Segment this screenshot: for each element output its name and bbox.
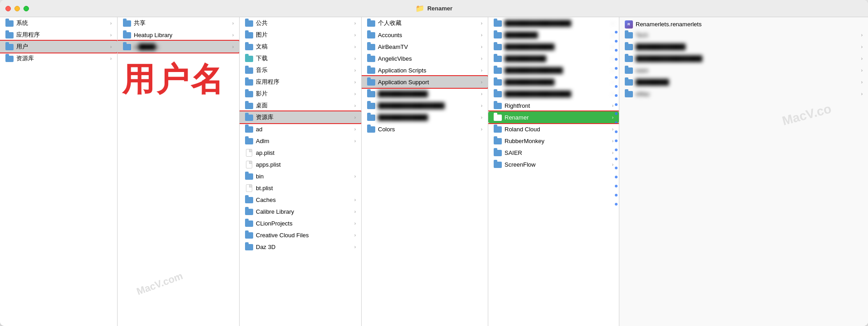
col5-blurred3[interactable]: ████████████ › — [488, 41, 619, 53]
col5-renamer[interactable]: Renamer › — [488, 111, 619, 123]
scroll-dot — [615, 49, 618, 52]
col6-tech[interactable]: Tech › — [619, 29, 868, 41]
scroll-dot — [615, 194, 618, 197]
col5-blurred7[interactable]: ████████████████ › — [488, 88, 619, 100]
chevron-icon: › — [354, 127, 356, 132]
col5-blurred1[interactable]: ████████████████ › — [488, 17, 619, 29]
scroll-dot — [615, 139, 618, 142]
col3-music[interactable]: 音乐 › — [240, 64, 361, 76]
col4-accounts[interactable]: Accounts › — [362, 29, 488, 41]
col3-bin[interactable]: bin › — [240, 170, 361, 182]
col3-calibre[interactable]: Calibre Library › — [240, 206, 361, 217]
folder-icon — [245, 31, 253, 39]
col3-ad[interactable]: ad › — [240, 123, 361, 135]
chevron-icon: › — [354, 139, 356, 144]
col6-blurred2[interactable]: ████████████████ › — [619, 53, 868, 64]
col2-shared-label: 共享 — [134, 19, 231, 27]
col2-shared[interactable]: 共享 › — [118, 17, 239, 29]
folder-icon — [367, 43, 375, 51]
col5-blurred6-label: ████████████ — [505, 79, 610, 86]
col3-applist[interactable]: ap.plist — [240, 147, 361, 158]
chevron-icon: › — [481, 115, 482, 120]
col4-appscripts[interactable]: Application Scripts › — [362, 64, 488, 76]
col2-heatup[interactable]: Heatup Library › — [118, 29, 239, 41]
col4-airbeam[interactable]: AirBeamTV › — [362, 41, 488, 53]
col3-creative[interactable]: Creative Cloud Files › — [240, 229, 361, 241]
col1-apps[interactable]: 应用程序 › — [0, 29, 117, 41]
col3-appslist[interactable]: apps.plist — [240, 158, 361, 170]
col6-blurred1-label: ████████████ — [636, 43, 859, 50]
col6-ware[interactable]: ware › — [619, 64, 868, 76]
col5-blurred5-label: ██████████████ — [505, 67, 610, 74]
col4-fav[interactable]: 个人收藏 › — [362, 17, 488, 29]
scroll-dot — [615, 203, 618, 206]
col3-daz3d[interactable]: Daz 3D › — [240, 241, 361, 253]
folder-icon — [625, 66, 633, 74]
col3-downloads[interactable]: 下载 › — [240, 53, 361, 64]
col3-documents[interactable]: 文稿 › — [240, 41, 361, 53]
col5-roland[interactable]: Roland Cloud › — [488, 123, 619, 135]
col3-library[interactable]: 资源库 › — [240, 111, 361, 123]
col4-blurred2[interactable]: ████████████████ › — [362, 100, 488, 111]
col5-blurred6[interactable]: ████████████ › — [488, 76, 619, 88]
minimize-button[interactable] — [14, 6, 20, 11]
col4-blurred1[interactable]: ████████████ › — [362, 88, 488, 100]
col3-public[interactable]: 公共 › — [240, 17, 361, 29]
watermark-col6: MacV.co — [781, 101, 833, 129]
col3-clion[interactable]: CLionProjects › — [240, 217, 361, 229]
col3-adlm[interactable]: Adlm › — [240, 135, 361, 147]
col5-rightfont[interactable]: Rightfront › — [488, 100, 619, 111]
chevron-icon: › — [354, 68, 356, 73]
col5-saier-label: SAIER — [505, 149, 610, 156]
finder-window: 📁 Renamer 系统 › 应用程序 › 用户 › — [0, 0, 868, 326]
col3-desktop[interactable]: 桌面 › — [240, 100, 361, 111]
col1-users-label: 用户 — [16, 43, 108, 51]
chevron-icon: › — [481, 68, 482, 73]
scroll-dot — [615, 31, 618, 34]
col3-caches[interactable]: Caches › — [240, 194, 361, 206]
col3-apps2-label: 应用程序 — [256, 78, 353, 86]
col3-btplist[interactable]: bt.plist — [240, 182, 361, 194]
col6-blurred1[interactable]: ████████████ › — [619, 41, 868, 53]
col3-apps2[interactable]: 应用程序 › — [240, 76, 361, 88]
col5-saier[interactable]: SAIER › — [488, 147, 619, 158]
col1-library[interactable]: 资源库 › — [0, 53, 117, 64]
col2-username[interactable]: m████n › — [118, 41, 239, 53]
col3-bin-label: bin — [256, 173, 353, 180]
col5-blurred1-label: ████████████████ — [505, 20, 610, 27]
titlebar: 📁 Renamer — [0, 0, 868, 17]
col4-appsupport[interactable]: Application Support › — [362, 76, 488, 88]
col6-blurred3[interactable]: ████████ › — [619, 76, 868, 88]
col3-ad-label: ad — [256, 126, 353, 133]
col4-colors[interactable]: Colors › — [362, 123, 488, 135]
chevron-icon: › — [861, 80, 863, 85]
col5-blurred5[interactable]: ██████████████ › — [488, 64, 619, 76]
folder-icon — [494, 54, 502, 62]
col5-rubber[interactable]: RubberMonkey › — [488, 135, 619, 147]
col1-users[interactable]: 用户 › — [0, 41, 117, 53]
col3-clion-label: CLionProjects — [256, 220, 353, 227]
maximize-button[interactable] — [24, 6, 29, 11]
col4-blurred3[interactable]: ████████████ › — [362, 111, 488, 123]
col4-angelic-label: AngelicVibes — [378, 55, 479, 62]
chevron-icon: › — [481, 44, 482, 49]
col5-screenflow[interactable]: ScreenFlow › — [488, 158, 619, 170]
col6-emac[interactable]: eMac › — [619, 88, 868, 100]
scroll-dot — [615, 130, 618, 133]
scroll-dot — [615, 40, 618, 43]
folder-icon — [245, 172, 253, 180]
col4-angelic[interactable]: AngelicVibes › — [362, 53, 488, 64]
scroll-dot — [615, 176, 618, 178]
col1-system[interactable]: 系统 › — [0, 17, 117, 29]
col6-renamerlets[interactable]: R Renamerlets.renamerlets — [619, 17, 868, 29]
col3-movies[interactable]: 影片 › — [240, 88, 361, 100]
close-button[interactable] — [5, 6, 11, 11]
col3-pictures[interactable]: 图片 › — [240, 29, 361, 41]
col3-music-label: 音乐 — [256, 66, 353, 74]
col5-blurred4[interactable]: ██████████ › — [488, 53, 619, 64]
col5-blurred2[interactable]: ████████ › — [488, 29, 619, 41]
chevron-icon: › — [354, 44, 356, 49]
chevron-icon: › — [232, 33, 234, 38]
folder-icon — [494, 113, 502, 121]
chevron-icon: › — [861, 56, 863, 61]
